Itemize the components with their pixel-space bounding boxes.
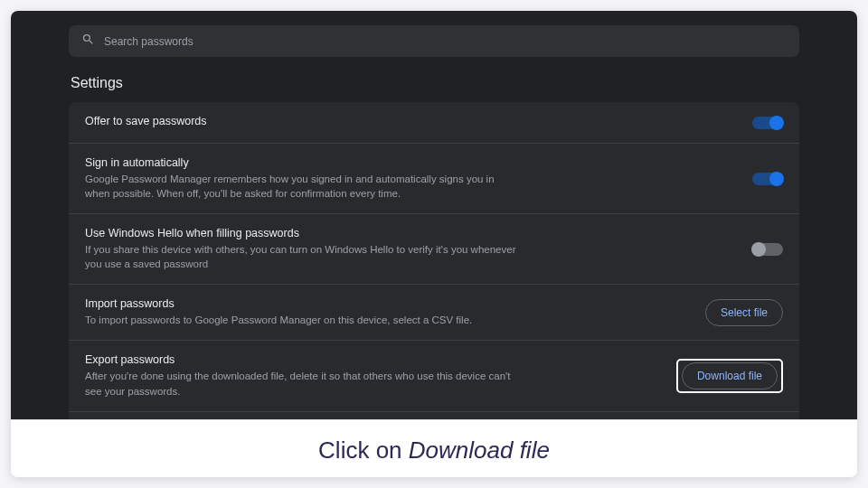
row-title: Offer to save passwords [85, 115, 738, 127]
row-add-shortcut[interactable]: Add shortcut To get here quicker, add a … [69, 412, 799, 419]
toggle-sign-in-auto[interactable] [752, 173, 783, 185]
caption-prefix: Click on [318, 436, 409, 464]
search-passwords-field[interactable]: Search passwords [69, 25, 799, 57]
row-title: Use Windows Hello when filling passwords [85, 227, 738, 239]
row-export-passwords: Export passwords After you're done using… [69, 341, 799, 411]
toggle-windows-hello[interactable] [752, 243, 783, 256]
row-title: Export passwords [85, 353, 662, 366]
settings-card: Offer to save passwords Sign in automati… [69, 102, 799, 419]
search-placeholder: Search passwords [104, 35, 193, 48]
row-import-passwords: Import passwords To import passwords to … [69, 285, 799, 341]
tutorial-highlight: Download file [676, 359, 783, 393]
toggle-save-passwords[interactable] [752, 117, 783, 129]
row-windows-hello: Use Windows Hello when filling passwords… [69, 214, 799, 285]
caption-emphasis: Download file [409, 436, 550, 464]
row-description: If you share this device with others, yo… [85, 242, 519, 271]
row-description: After you're done using the downloaded f… [85, 369, 519, 398]
row-description: To import passwords to Google Password M… [85, 313, 519, 327]
settings-heading: Settings [69, 75, 799, 91]
row-offer-save-passwords: Offer to save passwords [69, 102, 799, 144]
download-file-button[interactable]: Download file [682, 362, 778, 389]
row-title: Sign in automatically [85, 156, 738, 169]
select-file-button[interactable]: Select file [705, 299, 783, 326]
tutorial-caption: Click on Download file [11, 419, 857, 477]
row-description: Google Password Manager remembers how yo… [85, 172, 519, 201]
settings-panel: Search passwords Settings Offer to save … [11, 11, 857, 419]
row-title: Import passwords [85, 297, 691, 310]
search-icon [81, 33, 95, 50]
tutorial-frame: Search passwords Settings Offer to save … [11, 11, 857, 477]
row-sign-in-automatically: Sign in automatically Google Password Ma… [69, 144, 799, 214]
